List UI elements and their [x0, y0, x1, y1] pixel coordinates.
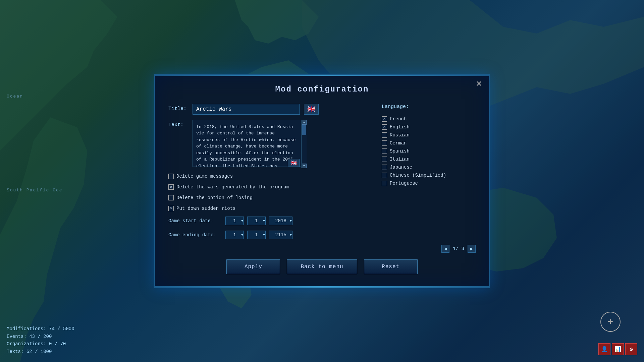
lang-german[interactable]: German [382, 140, 476, 146]
lang-russian[interactable]: Russian [382, 132, 476, 138]
title-label: Title: [168, 104, 189, 112]
scroll-track [302, 125, 307, 164]
textarea-container: In 2018, the United States and Russia vi… [193, 120, 307, 168]
back-to-menu-button[interactable]: Back to menu [287, 259, 357, 274]
language-list: ✕ French ✕ English Russian German [382, 116, 476, 186]
language-section: Language: ✕ French ✕ English Russian [382, 104, 476, 245]
checkbox-spanish[interactable] [382, 148, 387, 154]
end-month-select[interactable]: 12 [247, 231, 266, 239]
end-year-select[interactable]: 21152116 [269, 231, 292, 239]
option-delete-wars[interactable]: ✕ Delete the wars generated by the progr… [168, 184, 368, 190]
language-label: Language: [382, 104, 409, 110]
checkbox-french[interactable]: ✕ [382, 116, 387, 122]
end-year-wrapper: 21152116 ▼ [269, 231, 292, 239]
lang-english-label: English [390, 124, 410, 130]
option-put-down-riots[interactable]: ✕ Put down sudden riots [168, 206, 368, 211]
start-date-label: Game start date: [168, 218, 222, 224]
prev-page-button[interactable]: ◄ [441, 245, 449, 253]
lang-japanese[interactable]: Japanese [382, 165, 476, 170]
option-delete-messages[interactable]: Delete game messages [168, 174, 368, 179]
option-delete-wars-label: Delete the wars generated by the program [176, 184, 289, 190]
game-start-date-row: Game start date: 123 ▼ 123 ▼ [168, 217, 368, 225]
checkbox-delete-losing[interactable] [168, 195, 174, 200]
text-label: Text: [168, 120, 189, 128]
title-flag-button[interactable]: 🇬🇧 [304, 104, 319, 115]
scroll-down-arrow[interactable]: ▼ [302, 164, 307, 168]
title-input[interactable] [193, 104, 300, 115]
option-delete-losing[interactable]: Delete the option of losing [168, 195, 368, 200]
end-day-wrapper: 12 ▼ [225, 231, 244, 239]
game-end-date-row: Game ending date: 12 ▼ 12 ▼ [168, 231, 368, 239]
lang-spanish-label: Spanish [390, 148, 410, 154]
checkbox-portuguese[interactable] [382, 181, 387, 186]
button-row: Apply Back to menu Reset [168, 259, 476, 274]
option-put-down-riots-label: Put down sudden riots [176, 206, 235, 211]
lang-italian[interactable]: Italian [382, 157, 476, 162]
pagination: ◄ 1/ 3 ► [168, 245, 476, 253]
checkbox-delete-messages[interactable] [168, 174, 174, 179]
lang-german-label: German [390, 140, 407, 146]
lang-japanese-label: Japanese [390, 165, 412, 170]
checkbox-italian[interactable] [382, 157, 387, 162]
start-year-wrapper: 20182019 ▼ [269, 217, 292, 225]
start-month-select[interactable]: 123 [247, 217, 266, 225]
checkbox-russian[interactable] [382, 132, 387, 138]
end-month-wrapper: 12 ▼ [247, 231, 266, 239]
checkbox-chinese[interactable] [382, 173, 387, 178]
scroll-thumb[interactable] [302, 125, 306, 135]
scroll-up-arrow[interactable]: ▲ [302, 120, 307, 125]
checkbox-delete-wars[interactable]: ✕ [168, 184, 174, 190]
title-row: Title: 🇬🇧 [168, 104, 368, 115]
checkbox-german[interactable] [382, 140, 387, 146]
lang-russian-label: Russian [390, 132, 410, 138]
close-button[interactable]: ✕ [476, 80, 482, 88]
next-page-button[interactable]: ► [468, 245, 476, 253]
textarea-scrollbar: ▲ ▼ [301, 120, 307, 168]
lang-spanish[interactable]: Spanish [382, 148, 476, 154]
modal-overlay: ✕ Mod configuration Title: 🇬🇧 Text: In 2… [0, 0, 644, 362]
lang-english[interactable]: ✕ English [382, 124, 476, 130]
page-info: 1/ 3 [453, 246, 464, 251]
mod-textarea[interactable]: In 2018, the United States and Russia vi… [193, 120, 301, 167]
lang-italian-label: Italian [390, 157, 410, 162]
option-delete-losing-label: Delete the option of losing [176, 195, 253, 200]
start-year-select[interactable]: 20182019 [269, 217, 292, 225]
reset-button[interactable]: Reset [364, 259, 418, 274]
option-delete-messages-label: Delete game messages [176, 174, 233, 179]
checkbox-japanese[interactable] [382, 165, 387, 170]
text-row: Text: In 2018, the United States and Rus… [168, 120, 368, 168]
start-month-wrapper: 123 ▼ [247, 217, 266, 225]
start-day-wrapper: 123 ▼ [225, 217, 244, 225]
textarea-flag-button[interactable]: 🇬🇧 [288, 159, 300, 167]
lang-french-label: French [390, 116, 407, 122]
end-day-select[interactable]: 12 [225, 231, 244, 239]
mod-configuration-modal: ✕ Mod configuration Title: 🇬🇧 Text: In 2… [154, 74, 490, 288]
lang-chinese[interactable]: Chinese (Simplified) [382, 173, 476, 178]
checkbox-english[interactable]: ✕ [382, 124, 387, 130]
lang-portuguese[interactable]: Portuguese [382, 181, 476, 186]
end-date-label: Game ending date: [168, 232, 222, 238]
lang-chinese-label: Chinese (Simplified) [390, 173, 446, 178]
modal-title: Mod configuration [168, 85, 476, 94]
checkbox-put-down-riots[interactable]: ✕ [168, 206, 174, 211]
apply-button[interactable]: Apply [226, 259, 280, 274]
lang-french[interactable]: ✕ French [382, 116, 476, 122]
lang-portuguese-label: Portuguese [390, 181, 418, 186]
start-day-select[interactable]: 123 [225, 217, 244, 225]
